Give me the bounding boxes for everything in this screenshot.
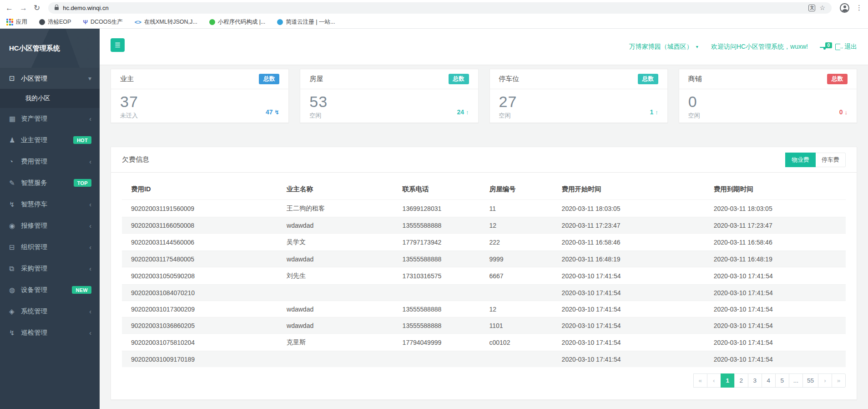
- community-selector[interactable]: 万博家博园（城西区） ▾: [629, 43, 698, 51]
- stat-card-title: 房屋: [309, 75, 323, 83]
- sidebar-item[interactable]: ◉ 报修管理 ‹: [0, 215, 100, 236]
- cell-house-number: 222: [480, 234, 553, 251]
- bookmark-label: 浩鲸EOP: [48, 18, 71, 26]
- stat-sublabel: 空闲: [309, 112, 469, 120]
- sidebar-item[interactable]: ✎ 智慧服务 TOP: [0, 172, 100, 194]
- page-button[interactable]: ‹: [707, 373, 721, 388]
- bookmark-item[interactable]: <> 在线XML转JSON,J...: [135, 18, 197, 26]
- sidebar-item-icon: ⧉: [9, 265, 21, 273]
- bookmark-item[interactable]: 小程序代码构成 |...: [209, 18, 266, 26]
- stat-cards: 业主 总数 37 未迁入 47 ↯ 房屋: [111, 69, 857, 123]
- table-row: 902020031175480005 wdawdad 13555588888 9…: [122, 251, 846, 267]
- sidebar-item[interactable]: ⊡ 小区管理 ▾: [0, 68, 100, 89]
- forward-icon[interactable]: →: [20, 4, 27, 12]
- stat-card: 停车位 总数 27 空闲 1 ↑: [490, 69, 668, 123]
- cell-phone: [394, 351, 480, 368]
- translate-icon[interactable]: 文: [808, 5, 815, 11]
- cell-end-time: 2020-03-10 17:41:54: [705, 301, 846, 317]
- cell-owner-name: 刘先生: [278, 267, 394, 285]
- page-button[interactable]: ...: [789, 373, 803, 388]
- address-bar[interactable]: hc.demo.winqi.cn 文 ☆: [48, 2, 832, 14]
- cell-phone: 13555588888: [394, 317, 480, 334]
- cell-house-number: 6667: [480, 267, 553, 285]
- sidebar-item-icon: ♟: [9, 136, 21, 144]
- stat-secondary-value: 0 ↓: [839, 108, 848, 116]
- browser-menu-icon[interactable]: ⋮: [856, 4, 863, 12]
- cell-house-number: [480, 285, 553, 301]
- cell-fee-id: 902020031017300209: [122, 301, 278, 317]
- chevron-icon: ‹: [89, 244, 91, 251]
- total-badge: 总数: [259, 74, 279, 84]
- sidebar-item[interactable]: ▦ 资产管理 ‹: [0, 108, 100, 129]
- table-row: 902020031036860205 wdawdad 13555588888 1…: [122, 317, 846, 334]
- cell-owner-name: wdawdad: [278, 217, 394, 234]
- cell-phone: 17797173942: [394, 234, 480, 251]
- cell-owner-name: [278, 351, 394, 368]
- sidebar-item[interactable]: ⧉ 采购管理 ‹: [0, 258, 100, 279]
- cell-house-number: 12: [480, 217, 553, 234]
- pagination: «‹12345...55›»: [122, 373, 846, 388]
- chevron-icon: ‹: [89, 158, 91, 165]
- page-button[interactable]: ›: [818, 373, 832, 388]
- profile-avatar[interactable]: [840, 3, 849, 13]
- sidebar-item[interactable]: ◍ 设备管理 NEW: [0, 279, 100, 301]
- sidebar-item-label: 业主管理: [21, 136, 73, 144]
- sidebar-item[interactable]: ◈ 系统管理 ‹: [0, 301, 100, 322]
- page-button[interactable]: »: [832, 373, 846, 388]
- fee-type-tabs: 物业费停车费: [785, 153, 846, 167]
- trend-icon: ↓: [845, 109, 848, 116]
- app-title: HC小区管理系统: [0, 29, 100, 68]
- sidebar-item-icon: ↯: [9, 200, 21, 209]
- cell-phone: [394, 285, 480, 301]
- bookmark-item[interactable]: Ψ DCOOS生产: [83, 18, 122, 26]
- sidebar-item[interactable]: 我的小区: [0, 89, 100, 108]
- cell-end-time: 2020-03-10 17:41:54: [705, 267, 846, 285]
- bookmark-label: 小程序代码构成 |...: [218, 18, 266, 26]
- sidebar-toggle-button[interactable]: ☰: [111, 38, 125, 52]
- page-button[interactable]: 2: [734, 373, 748, 388]
- cell-phone: 13699128031: [394, 200, 480, 217]
- cell-phone: 13555588888: [394, 251, 480, 267]
- reload-icon[interactable]: ↻: [34, 4, 40, 12]
- notification-count-badge: 0: [825, 42, 832, 48]
- bookmark-item[interactable]: 浩鲸EOP: [39, 18, 71, 26]
- sidebar-item[interactable]: ⊟ 组织管理 ‹: [0, 236, 100, 258]
- sidebar-item[interactable]: ◔ 费用管理 ‹: [0, 151, 100, 172]
- page-button[interactable]: 1: [721, 373, 735, 388]
- cell-start-time: 2020-03-11 18:03:05: [553, 200, 705, 217]
- total-badge: 总数: [827, 74, 848, 84]
- logout-icon: [835, 44, 841, 50]
- cell-fee-id: 902020031036860205: [122, 317, 278, 334]
- chevron-icon: ‹: [89, 201, 91, 208]
- sidebar-item[interactable]: ↯ 智慧停车 ‹: [0, 194, 100, 215]
- cell-owner-name: 吴学文: [278, 234, 394, 251]
- sidebar-item[interactable]: ↯ 巡检管理 ‹: [0, 322, 100, 343]
- cell-house-number: 12: [480, 301, 553, 317]
- stat-card-title: 业主: [120, 75, 134, 83]
- lock-icon: [55, 7, 59, 10]
- page-button[interactable]: 4: [762, 373, 776, 388]
- page-button[interactable]: 3: [748, 373, 762, 388]
- sidebar-item-label: 小区管理: [21, 74, 88, 83]
- cell-end-time: 2020-03-10 17:41:54: [705, 285, 846, 301]
- logout-button[interactable]: 退出: [835, 43, 857, 51]
- bookmark-item[interactable]: 简道云注册 | 一站...: [277, 18, 335, 26]
- fee-tab[interactable]: 停车费: [816, 153, 846, 167]
- stat-sublabel: 未迁入: [120, 112, 279, 120]
- sidebar-item-icon: ◔: [9, 158, 21, 165]
- page-button[interactable]: 5: [775, 373, 789, 388]
- cell-house-number: 11: [480, 200, 553, 217]
- bookmark-star-icon[interactable]: ☆: [819, 4, 825, 11]
- back-icon[interactable]: ←: [5, 4, 13, 12]
- url-text[interactable]: hc.demo.winqi.cn: [63, 5, 804, 11]
- cell-end-time: 2020-03-11 16:58:46: [705, 234, 846, 251]
- cell-start-time: 2020-03-11 16:58:46: [553, 234, 705, 251]
- cell-start-time: 2020-03-10 17:41:54: [553, 301, 705, 317]
- page-button[interactable]: 55: [802, 373, 818, 388]
- sidebar-item[interactable]: ♟ 业主管理 HOT: [0, 129, 100, 151]
- page-button[interactable]: «: [693, 373, 707, 388]
- column-header: 联系电话: [394, 180, 480, 200]
- fee-tab[interactable]: 物业费: [785, 153, 816, 167]
- table-row: 902020031084070210 2020-03-10 17:41:54 2…: [122, 285, 846, 301]
- bookmark-item[interactable]: 应用: [6, 18, 27, 26]
